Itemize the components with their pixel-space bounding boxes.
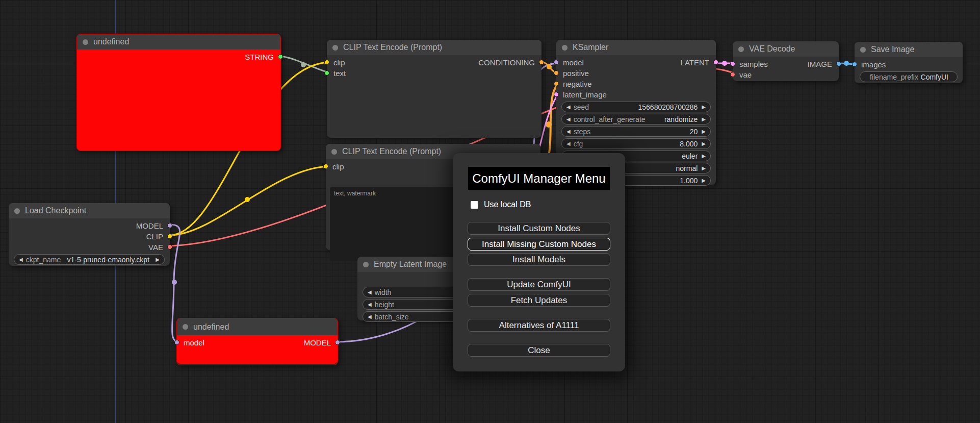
collapse-dot-icon[interactable] <box>860 47 866 53</box>
node-title: CLIP Text Encode (Prompt) <box>342 147 441 156</box>
node-title: undefined <box>93 37 129 46</box>
collapse-dot-icon[interactable] <box>332 45 338 51</box>
widget-steps[interactable]: ◀ steps 20 ▶ <box>561 126 711 137</box>
input-port-positive[interactable] <box>554 70 559 76</box>
widget-value: 156680208700286 <box>638 103 698 111</box>
input-label-latent-image: latent_image <box>563 90 607 99</box>
node-title: VAE Decode <box>749 44 795 54</box>
node-title-bar[interactable]: KSampler <box>556 40 716 55</box>
widget-filename-prefix[interactable]: filename_prefix ComfyUI <box>860 71 958 82</box>
increment-arrow-icon[interactable]: ▶ <box>702 104 706 110</box>
widget-label: batch_size <box>375 313 409 321</box>
input-port-text[interactable] <box>324 70 329 76</box>
widget-label: width <box>375 288 392 296</box>
install-missing-custom-nodes-button[interactable]: Install Missing Custom Nodes <box>468 238 610 251</box>
decrement-arrow-icon[interactable]: ◀ <box>368 314 372 319</box>
output-label-model: MODEL <box>304 338 331 347</box>
widget-label: filename_prefix <box>870 73 918 81</box>
node-title-bar[interactable]: CLIP Text Encode (Prompt) <box>327 40 541 55</box>
output-label-model: MODEL <box>136 221 163 230</box>
input-label-images: images <box>861 60 886 69</box>
output-port-vae[interactable] <box>167 244 172 250</box>
increment-arrow-icon[interactable]: ▶ <box>702 165 706 171</box>
input-port-clip[interactable] <box>323 164 328 169</box>
output-port-model[interactable] <box>335 340 340 345</box>
increment-arrow-icon[interactable]: ▶ <box>702 153 706 159</box>
node-vae-decode[interactable]: VAE Decode samples IMAGE vae <box>733 41 839 81</box>
widget-ckpt-name[interactable]: ◀ ckpt_name v1-5-pruned-emaonly.ckpt ▶ <box>14 254 165 265</box>
close-button[interactable]: Close <box>468 344 610 357</box>
widget-value: randomize <box>664 115 698 123</box>
decrement-arrow-icon[interactable]: ◀ <box>566 116 571 122</box>
node-title-bar[interactable]: undefined <box>177 318 338 335</box>
increment-arrow-icon[interactable]: ▶ <box>156 257 160 262</box>
input-port-vae[interactable] <box>730 72 735 77</box>
output-port-image[interactable] <box>836 61 841 66</box>
use-local-db-label: Use local DB <box>484 200 531 209</box>
output-port-latent[interactable] <box>713 60 718 65</box>
node-title-bar[interactable]: undefined <box>77 34 280 49</box>
input-label-text: text <box>333 69 346 78</box>
collapse-dot-icon[interactable] <box>14 208 20 214</box>
node-title: Load Checkpoint <box>25 206 86 215</box>
input-label-clip: clip <box>332 162 344 171</box>
decrement-arrow-icon[interactable]: ◀ <box>566 104 571 110</box>
node-title-bar[interactable]: VAE Decode <box>733 41 839 57</box>
collapse-dot-icon[interactable] <box>562 45 568 51</box>
node-graph-canvas[interactable]: undefined STRING CLIP Text Encode (Promp… <box>0 0 980 423</box>
output-label-conditioning: CONDITIONING <box>478 58 535 67</box>
output-port-clip[interactable] <box>167 234 172 239</box>
use-local-db-row[interactable]: Use local DB <box>471 200 531 209</box>
decrement-arrow-icon[interactable]: ◀ <box>368 289 372 295</box>
node-undefined-string[interactable]: undefined STRING <box>76 34 281 151</box>
output-label-clip: CLIP <box>146 232 163 241</box>
input-port-negative[interactable] <box>554 81 559 86</box>
node-title-bar[interactable]: Load Checkpoint <box>9 203 170 218</box>
widget-value: 1.000 <box>680 177 698 185</box>
input-port-samples[interactable] <box>730 61 735 66</box>
widget-value: v1-5-pruned-emaonly.ckpt <box>61 256 156 264</box>
input-port-latent-image[interactable] <box>554 92 559 97</box>
increment-arrow-icon[interactable]: ▶ <box>702 116 706 122</box>
collapse-dot-icon[interactable] <box>83 39 88 45</box>
node-undefined-model[interactable]: undefined model MODEL <box>176 318 338 365</box>
collapse-dot-icon[interactable] <box>363 262 369 267</box>
collapse-dot-icon[interactable] <box>738 46 744 52</box>
decrement-arrow-icon[interactable]: ◀ <box>19 257 23 262</box>
increment-arrow-icon[interactable]: ▶ <box>702 129 706 134</box>
node-load-checkpoint[interactable]: Load Checkpoint MODEL CLIP VAE ◀ ckpt_na… <box>9 203 170 266</box>
node-title-bar[interactable]: Save Image <box>855 42 963 57</box>
input-port-images[interactable] <box>852 62 857 67</box>
widget-cfg[interactable]: ◀ cfg 8.000 ▶ <box>561 138 711 149</box>
input-port-model[interactable] <box>554 60 559 65</box>
fetch-updates-button[interactable]: Fetch Updates <box>468 294 610 307</box>
input-label-samples: samples <box>739 60 768 68</box>
output-port-model[interactable] <box>167 223 172 228</box>
collapse-dot-icon[interactable] <box>183 324 188 330</box>
widget-seed[interactable]: ◀ seed 156680208700286 ▶ <box>561 102 711 112</box>
widget-control-after-generate[interactable]: ◀ control_after_generate randomize ▶ <box>561 114 711 125</box>
update-comfyui-button[interactable]: Update ComfyUI <box>468 278 610 291</box>
install-models-button[interactable]: Install Models <box>468 253 610 266</box>
widget-label: steps <box>574 128 590 136</box>
node-save-image[interactable]: Save Image images filename_prefix ComfyU… <box>855 42 963 83</box>
increment-arrow-icon[interactable]: ▶ <box>702 178 706 183</box>
input-label-clip: clip <box>333 58 345 67</box>
input-port-model[interactable] <box>174 340 179 345</box>
input-port-clip[interactable] <box>324 60 329 65</box>
increment-arrow-icon[interactable]: ▶ <box>702 141 706 146</box>
decrement-arrow-icon[interactable]: ◀ <box>566 129 571 134</box>
install-custom-nodes-button[interactable]: Install Custom Nodes <box>468 222 610 235</box>
comfyui-manager-dialog: ComfyUI Manager Menu Use local DB Instal… <box>453 153 625 371</box>
output-port-conditioning[interactable] <box>539 60 544 65</box>
decrement-arrow-icon[interactable]: ◀ <box>368 302 372 307</box>
decrement-arrow-icon[interactable]: ◀ <box>566 141 571 146</box>
collapse-dot-icon[interactable] <box>331 149 337 155</box>
widget-label: cfg <box>574 140 583 148</box>
use-local-db-checkbox[interactable] <box>471 201 478 209</box>
alternatives-of-a1111-button[interactable]: Alternatives of A1111 <box>468 319 610 332</box>
output-port-string[interactable] <box>278 54 283 59</box>
widget-value: normal <box>676 164 698 172</box>
node-clip-text-encode-1[interactable]: CLIP Text Encode (Prompt) clip CONDITION… <box>327 40 541 138</box>
node-title: KSampler <box>573 43 608 52</box>
